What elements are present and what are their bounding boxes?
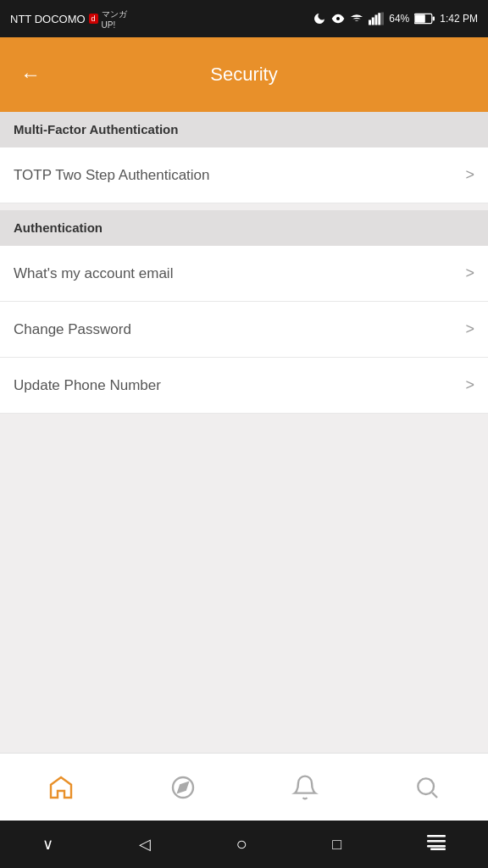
wifi-icon — [350, 12, 363, 25]
svg-line-12 — [432, 793, 437, 798]
svg-point-11 — [418, 778, 434, 794]
content-area: Multi-Factor Authentication TOTP Two Ste… — [0, 112, 488, 753]
svg-rect-1 — [369, 20, 371, 25]
eye-icon — [331, 12, 345, 25]
totp-label: TOTP Two Step Authentication — [14, 167, 210, 184]
status-indicators: 64% 1:42 PM — [313, 12, 478, 25]
nav-home-circle[interactable]: ○ — [222, 826, 260, 862]
nav-notifications[interactable] — [280, 762, 330, 813]
svg-rect-14 — [427, 840, 446, 843]
svg-rect-2 — [372, 18, 374, 25]
nav-menu-lines[interactable] — [413, 828, 459, 861]
status-bar: NTT DOCOMO d マンガUP! 64% — [0, 0, 488, 37]
svg-rect-5 — [381, 13, 384, 25]
mfa-section-label: Multi-Factor Authentication — [14, 122, 178, 136]
svg-rect-13 — [427, 835, 446, 837]
back-button[interactable]: ← — [14, 56, 47, 93]
compass-icon — [169, 774, 197, 801]
system-nav-bar: ∨ ◁ ○ □ — [0, 821, 488, 868]
svg-rect-16 — [430, 848, 446, 850]
carrier-extra: マンガUP! — [102, 8, 127, 30]
bottom-nav — [0, 753, 488, 821]
page-title: Security — [210, 64, 277, 86]
account-email-chevron: > — [465, 264, 474, 282]
nav-search[interactable] — [402, 762, 452, 813]
signal-icon — [369, 12, 384, 25]
battery-icon — [414, 13, 435, 25]
nav-compass[interactable] — [158, 762, 208, 813]
account-email-label: What's my account email — [14, 265, 173, 282]
nav-home[interactable] — [36, 762, 86, 813]
svg-rect-15 — [427, 845, 446, 848]
change-password-item[interactable]: Change Password > — [0, 302, 488, 358]
time-display: 1:42 PM — [440, 13, 478, 25]
svg-point-0 — [336, 17, 340, 20]
app-bar: ← Security — [0, 37, 488, 112]
section-spacer-1 — [0, 203, 488, 210]
account-email-item[interactable]: What's my account email > — [0, 246, 488, 302]
update-phone-chevron: > — [465, 376, 474, 394]
battery-percent: 64% — [389, 13, 409, 25]
carrier-name: NTT DOCOMO — [10, 13, 86, 25]
change-password-label: Change Password — [14, 321, 131, 338]
svg-rect-8 — [433, 17, 435, 21]
svg-rect-7 — [415, 14, 425, 23]
auth-section-header: Authentication — [0, 210, 488, 246]
auth-section-label: Authentication — [14, 220, 103, 235]
carrier-logo: d — [89, 14, 98, 24]
totp-item[interactable]: TOTP Two Step Authentication > — [0, 147, 488, 203]
update-phone-label: Update Phone Number — [14, 377, 161, 394]
svg-marker-10 — [178, 782, 187, 792]
carrier-info: NTT DOCOMO d マンガUP! — [10, 8, 127, 30]
moon-icon — [313, 12, 326, 25]
update-phone-item[interactable]: Update Phone Number > — [0, 358, 488, 414]
svg-rect-4 — [379, 13, 381, 25]
mfa-section-header: Multi-Factor Authentication — [0, 112, 488, 147]
home-icon — [47, 774, 75, 801]
totp-chevron: > — [465, 166, 474, 184]
nav-recents-square[interactable]: □ — [319, 829, 355, 860]
nav-down-chevron[interactable]: ∨ — [29, 828, 67, 860]
bell-icon — [291, 774, 319, 801]
nav-back-triangle[interactable]: ◁ — [125, 828, 164, 860]
change-password-chevron: > — [465, 320, 474, 338]
svg-rect-3 — [375, 15, 378, 25]
search-icon — [413, 774, 441, 801]
